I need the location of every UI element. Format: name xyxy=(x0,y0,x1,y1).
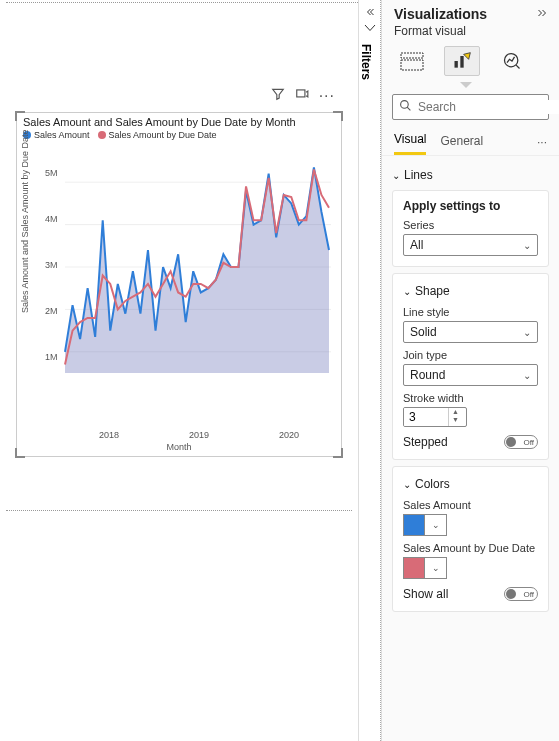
legend-item-1[interactable]: Sales Amount xyxy=(23,130,90,140)
section-shape-label: Shape xyxy=(415,284,450,298)
stepper-down[interactable]: ▼ xyxy=(449,416,462,424)
svg-point-11 xyxy=(401,101,409,109)
filters-icon[interactable] xyxy=(359,24,380,36)
canvas-area: ··· Sales Amount and Sales Amount by Due… xyxy=(0,0,381,741)
filters-pane-collapsed[interactable]: Filters xyxy=(358,0,380,741)
svg-rect-8 xyxy=(455,61,458,68)
x-tick: 2019 xyxy=(189,430,209,440)
show-all-label: Show all xyxy=(403,587,448,601)
resize-handle-tr[interactable] xyxy=(333,111,343,121)
svg-rect-0 xyxy=(296,90,304,97)
y-tick: 5M xyxy=(45,168,58,178)
y-tick: 1M xyxy=(45,352,58,362)
section-colors-header[interactable]: ⌄ Colors xyxy=(403,475,538,493)
resize-handle-br[interactable] xyxy=(333,448,343,458)
section-shape-header[interactable]: ⌄ Shape xyxy=(403,282,538,300)
filter-icon[interactable] xyxy=(271,87,285,105)
colors-card: ⌄ Colors Sales Amount ⌄ Sales Amount by … xyxy=(392,466,549,612)
join-type-label: Join type xyxy=(403,349,538,361)
search-icon xyxy=(399,99,412,115)
apply-settings-card: Apply settings to Series All ⌄ xyxy=(392,190,549,267)
filters-pane-label: Filters xyxy=(359,44,373,80)
stroke-width-stepper[interactable]: ▲▼ xyxy=(403,407,467,427)
tab-visual[interactable]: Visual xyxy=(394,128,426,155)
y-tick: 2M xyxy=(45,306,58,316)
legend-label: Sales Amount xyxy=(34,130,90,140)
resize-handle-tl[interactable] xyxy=(15,111,25,121)
selected-tab-pointer xyxy=(460,82,472,88)
collapse-pane-icon[interactable] xyxy=(535,6,549,22)
join-type-value: Round xyxy=(410,368,445,382)
expand-left-icon[interactable] xyxy=(359,6,380,18)
series-dropdown[interactable]: All ⌄ xyxy=(403,234,538,256)
chevron-down-icon: ⌄ xyxy=(523,370,531,381)
analytics-tab-icon[interactable] xyxy=(494,46,530,76)
toggle-off-label: Off xyxy=(523,590,534,599)
legend-label: Sales Amount by Due Date xyxy=(109,130,217,140)
series1-color-dropdown[interactable]: ⌄ xyxy=(425,514,447,536)
chevron-down-icon: ⌄ xyxy=(403,286,411,297)
section-colors-label: Colors xyxy=(415,477,450,491)
x-tick: 2020 xyxy=(279,430,299,440)
visualizations-pane: Visualizations Format visual Visual Gene… xyxy=(381,0,559,741)
apply-settings-label: Apply settings to xyxy=(403,199,538,213)
chevron-down-icon: ⌄ xyxy=(523,327,531,338)
svg-rect-9 xyxy=(460,56,463,68)
join-type-dropdown[interactable]: Round ⌄ xyxy=(403,364,538,386)
chevron-down-icon: ⌄ xyxy=(523,240,531,251)
series2-color-swatch[interactable] xyxy=(403,557,425,579)
x-axis-label: Month xyxy=(166,442,191,452)
series1-color-label: Sales Amount xyxy=(403,499,538,511)
search-input[interactable] xyxy=(418,100,559,114)
search-box[interactable] xyxy=(392,94,549,120)
chart-plot-area xyxy=(61,153,333,413)
series-dropdown-value: All xyxy=(410,238,423,252)
resize-handle-bl[interactable] xyxy=(15,448,25,458)
stepped-label: Stepped xyxy=(403,435,448,449)
legend-item-2[interactable]: Sales Amount by Due Date xyxy=(98,130,217,140)
svg-rect-7 xyxy=(401,60,423,70)
tab-general[interactable]: General xyxy=(440,130,483,154)
svg-rect-6 xyxy=(401,53,423,58)
series2-color-dropdown[interactable]: ⌄ xyxy=(425,557,447,579)
stepped-toggle[interactable]: Off xyxy=(504,435,538,449)
section-lines-label: Lines xyxy=(404,168,433,182)
chart-legend: Sales Amount Sales Amount by Due Date xyxy=(17,128,341,144)
format-visual-tab-icon[interactable] xyxy=(444,46,480,76)
stepper-up[interactable]: ▲ xyxy=(449,408,462,416)
chart-visual[interactable]: ··· Sales Amount and Sales Amount by Due… xyxy=(16,112,342,457)
focus-mode-icon[interactable] xyxy=(295,87,309,105)
show-all-toggle[interactable]: Off xyxy=(504,587,538,601)
more-options-icon[interactable]: ··· xyxy=(319,87,335,105)
pane-subtitle: Format visual xyxy=(382,24,559,44)
build-visual-tab-icon[interactable] xyxy=(394,46,430,76)
x-tick: 2018 xyxy=(99,430,119,440)
pane-title: Visualizations xyxy=(394,6,487,22)
series1-color-swatch[interactable] xyxy=(403,514,425,536)
page-boundary-top xyxy=(6,2,374,3)
chevron-down-icon: ⌄ xyxy=(403,479,411,490)
series2-color-label: Sales Amount by Due Date xyxy=(403,542,538,554)
tabs-more-icon[interactable]: ··· xyxy=(537,135,547,149)
page-boundary-bottom xyxy=(6,510,352,511)
toggle-off-label: Off xyxy=(523,438,534,447)
section-lines-header[interactable]: ⌄ Lines xyxy=(392,166,549,184)
y-axis-label: Sales Amount and Sales Amount by Due Dat… xyxy=(20,129,30,313)
chevron-down-icon: ⌄ xyxy=(392,170,400,181)
series-field-label: Series xyxy=(403,219,538,231)
y-tick: 3M xyxy=(45,260,58,270)
chart-title: Sales Amount and Sales Amount by Due Dat… xyxy=(17,113,341,128)
shape-card: ⌄ Shape Line style Solid ⌄ Join type Rou… xyxy=(392,273,549,460)
stroke-width-label: Stroke width xyxy=(403,392,538,404)
line-style-dropdown[interactable]: Solid ⌄ xyxy=(403,321,538,343)
line-style-label: Line style xyxy=(403,306,538,318)
y-tick: 4M xyxy=(45,214,58,224)
stroke-width-input[interactable] xyxy=(404,408,448,426)
line-style-value: Solid xyxy=(410,325,437,339)
